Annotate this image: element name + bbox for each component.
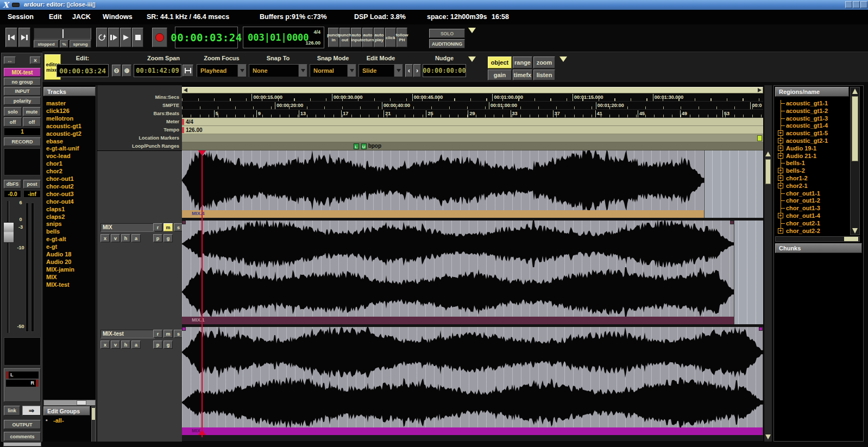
track-list-item-master[interactable]: master bbox=[46, 100, 66, 106]
tree-expand-icon[interactable]: + bbox=[778, 228, 783, 234]
transport-option-punch-in[interactable]: punchin bbox=[328, 28, 339, 47]
region-list-item-chor1-2[interactable]: chor1-2 bbox=[786, 175, 808, 181]
strip-rec-safe-button[interactable]: off bbox=[4, 117, 22, 127]
edit-groups-vscroll-handle[interactable] bbox=[92, 408, 95, 420]
vscroll-handle[interactable] bbox=[765, 159, 771, 184]
track-header-name-MIX-test[interactable]: MIX-test bbox=[100, 330, 155, 338]
ruler-row-label-smpte[interactable]: SMPTE bbox=[97, 102, 179, 110]
track-MIX-test-record-button[interactable]: r bbox=[153, 330, 162, 338]
loop-button[interactable] bbox=[96, 28, 108, 47]
ruler-loop-punch[interactable]: L U bpop bbox=[182, 142, 763, 150]
title-bar[interactable]: X ardour: editor: ▯close-iii▯ bbox=[0, 0, 868, 10]
region-name-bar[interactable]: MIX.4 bbox=[182, 210, 704, 218]
zoom-focus-select[interactable]: Playhead bbox=[197, 64, 247, 77]
loop-range-label[interactable]: bpop bbox=[368, 143, 381, 149]
track-list-item-snips[interactable]: snips bbox=[46, 221, 62, 227]
play-button[interactable] bbox=[120, 28, 131, 47]
tree-expand-icon[interactable]: + bbox=[778, 146, 783, 151]
region-list-item-chor_out2-2[interactable]: chor_out2-2 bbox=[786, 228, 820, 234]
record-button[interactable] bbox=[152, 28, 167, 47]
canvas-hscrollbar[interactable] bbox=[182, 87, 763, 93]
shuttle-state-button[interactable]: stopped bbox=[34, 40, 59, 48]
ruler-row-label-tempo[interactable]: Tempo bbox=[97, 126, 179, 134]
track-list-item-MIX-jamin[interactable]: MIX-jamin bbox=[46, 266, 74, 273]
ruler-tempo[interactable]: 126.00 bbox=[182, 126, 763, 134]
track-MIX-visual-button[interactable]: v bbox=[111, 234, 120, 242]
audio-region[interactable]: MIX bbox=[182, 327, 763, 435]
ruler-location-markers[interactable] bbox=[182, 134, 763, 142]
strip-hide-button[interactable]: × bbox=[30, 56, 41, 64]
ruler-row-label-mins-secs[interactable]: Mins:Secs bbox=[97, 93, 179, 102]
loop-start-marker-icon[interactable]: L bbox=[354, 143, 359, 149]
tree-expand-icon[interactable]: + bbox=[778, 168, 783, 173]
transport-option-punch-out[interactable]: punchout bbox=[339, 28, 350, 47]
track-list-item-chor2[interactable]: chor2 bbox=[46, 168, 62, 174]
zoom-out-button[interactable]: ⊖ bbox=[112, 65, 121, 77]
track-MIX-height-button[interactable]: h bbox=[121, 234, 130, 242]
hscroll-right-arrow-icon[interactable] bbox=[758, 88, 762, 92]
vscroll-down-arrow-icon[interactable] bbox=[765, 435, 771, 439]
ruler-row-label-loop-punch-ranges[interactable]: Loop/Punch Ranges bbox=[97, 142, 179, 150]
tree-expand-icon[interactable]: + bbox=[778, 183, 783, 188]
track-MIX-test-automation-button[interactable]: a bbox=[131, 341, 141, 349]
edit-groups-vscrollbar[interactable] bbox=[91, 406, 96, 442]
region-list-item-chor_out2-1[interactable]: chor_out2-1 bbox=[786, 220, 820, 226]
edit-groups-header[interactable]: Edit Groups bbox=[43, 406, 90, 415]
regions-vscroll-up-icon[interactable] bbox=[852, 89, 858, 94]
menu-jack[interactable]: JACK bbox=[72, 13, 91, 21]
strip-monitor-button[interactable]: off bbox=[23, 117, 41, 127]
secondary-transport-clock[interactable]: 003|01|0000 4/4 126.00 bbox=[243, 27, 324, 48]
track-MIX-mute-button[interactable]: m bbox=[163, 223, 173, 231]
region-list-item-acoustic_gt1-2[interactable]: acoustic_gt1-2 bbox=[786, 108, 828, 114]
end-marker-flag[interactable] bbox=[757, 135, 762, 141]
regions-vscroll-down-icon[interactable] bbox=[852, 228, 858, 234]
mouse-mode-gain-button[interactable]: gain bbox=[488, 70, 512, 80]
ruler-row-label-location-markers[interactable]: Location Markers bbox=[97, 134, 179, 142]
track-MIX-test-group-button[interactable]: g bbox=[163, 341, 173, 349]
track-MIX-test-remove-button[interactable]: x bbox=[100, 341, 110, 349]
strip-bottom-scrollbar[interactable] bbox=[3, 442, 41, 446]
goto-end-button[interactable] bbox=[18, 28, 30, 47]
snap-to-select[interactable]: None bbox=[249, 64, 307, 77]
track-list-item-e-gt-alt[interactable]: e-gt-alt bbox=[46, 236, 66, 242]
track-MIX-test-playlist-button[interactable]: p bbox=[153, 341, 162, 349]
strip-name-button[interactable]: MIX-test bbox=[4, 68, 41, 77]
mouse-mode-range-button[interactable]: range bbox=[513, 56, 532, 68]
canvas-vscrollbar[interactable] bbox=[764, 85, 772, 442]
region-list-item-acoustic_gt2-1[interactable]: acoustic_gt2-1 bbox=[786, 137, 828, 144]
edit-group-all[interactable]: -all- bbox=[53, 417, 64, 424]
region-list-item-chor_out1-2[interactable]: chor_out1-2 bbox=[786, 197, 820, 204]
track-MIX-remove-button[interactable]: x bbox=[100, 234, 110, 242]
mouse-mode-zoom-button[interactable]: zoom bbox=[533, 56, 555, 68]
pan-slider-left[interactable]: L bbox=[6, 372, 39, 379]
track-list-item-e-gt-alt-unif[interactable]: e-gt-alt-unif bbox=[46, 145, 79, 152]
strip-mute-button[interactable]: mute bbox=[23, 107, 41, 116]
transport-option-auto-return[interactable]: autoreturn bbox=[362, 28, 373, 47]
primary-transport-clock[interactable]: 00:00:03:24 bbox=[175, 27, 238, 48]
region-fade-handle-left[interactable] bbox=[182, 327, 186, 331]
nudge-dropdown-icon[interactable] bbox=[468, 56, 476, 62]
strip-record-button[interactable]: RECORD bbox=[4, 137, 41, 146]
track-list-item-chor-out3[interactable]: chor-out3 bbox=[46, 191, 74, 197]
nudge-clock[interactable]: 00:00:00:00 bbox=[423, 64, 466, 77]
transport-option-follow-PH[interactable]: followPH bbox=[397, 28, 407, 47]
stop-button[interactable] bbox=[132, 28, 143, 47]
region-fade-handle-left[interactable] bbox=[182, 221, 186, 224]
strip-width-button[interactable]: ↔ bbox=[4, 56, 16, 64]
gain-fader-track[interactable] bbox=[7, 201, 9, 333]
shuttle-units-button[interactable]: % bbox=[60, 40, 68, 48]
mouse-mode-dropdown-icon[interactable] bbox=[559, 56, 567, 62]
track-list-item-Audio 18[interactable]: Audio 18 bbox=[46, 251, 71, 257]
region-name-bar[interactable]: MIX bbox=[182, 427, 763, 435]
region-list-item-acoustic_gt1-4[interactable]: acoustic_gt1-4 bbox=[786, 122, 828, 129]
regions-panel-header[interactable]: Regions/name bbox=[775, 87, 849, 97]
track-list-hscroll-handle[interactable] bbox=[77, 400, 86, 405]
strip-peak-display[interactable]: -inf bbox=[23, 190, 41, 198]
track-MIX-automation-button[interactable]: a bbox=[131, 234, 141, 242]
strip-meter-unit-button[interactable]: dbFS bbox=[4, 180, 21, 188]
track-list-item-voc-lead[interactable]: voc-lead bbox=[46, 153, 71, 159]
transport-options-dropdown-icon[interactable] bbox=[468, 28, 476, 33]
solo-button[interactable]: SOLO bbox=[429, 29, 465, 38]
track-list-item-acoustic-gt1[interactable]: acoustic-gt1 bbox=[46, 123, 81, 129]
strip-group-button[interactable]: no group bbox=[4, 78, 41, 86]
